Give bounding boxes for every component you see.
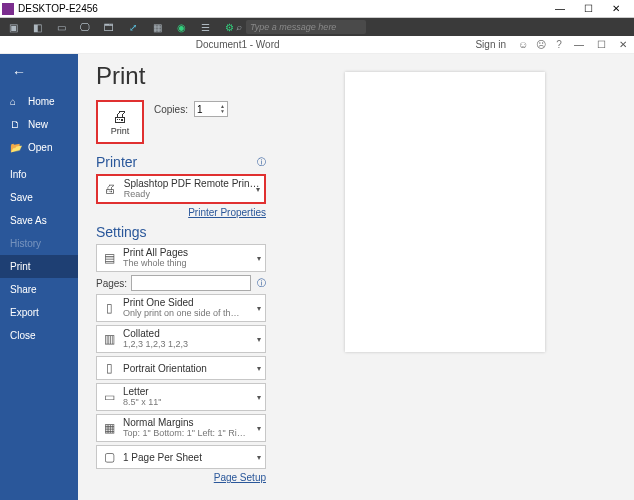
chevron-down-icon: ▾ (256, 185, 260, 194)
window-titlebar: DESKTOP-E2456 — ☐ ✕ (0, 0, 634, 18)
word-restore-button[interactable]: ☐ (590, 39, 612, 50)
chevron-down-icon: ▾ (257, 424, 261, 433)
os-maximize-button[interactable]: ☐ (574, 3, 602, 14)
face-icon-2[interactable]: ☹ (534, 39, 548, 50)
tool-icon-10[interactable]: ⚙ (222, 20, 236, 34)
setting-pages-per-sheet[interactable]: ▢ 1 Page Per Sheet ▾ (96, 445, 266, 469)
margins-icon: ▦ (101, 420, 117, 436)
collate-icon: ▥ (101, 331, 117, 347)
setting-paper-size[interactable]: ▭ Letter 8.5" x 11" ▾ (96, 383, 266, 411)
sidebar-item-share[interactable]: Share (0, 278, 78, 301)
print-button-label: Print (111, 126, 130, 136)
printer-selector[interactable]: 🖨 Splashtop PDF Remote Printer Ready ▾ (96, 174, 266, 204)
back-button[interactable]: ← (0, 54, 78, 90)
printer-name: Splashtop PDF Remote Printer (124, 178, 260, 189)
paper-icon: ▭ (101, 389, 117, 405)
pps-icon: ▢ (101, 449, 117, 465)
sign-in-link[interactable]: Sign in (475, 39, 506, 50)
sidebar-item-save[interactable]: Save (0, 186, 78, 209)
sidebar-item-open[interactable]: 📂Open (0, 136, 78, 159)
chevron-down-icon: ▾ (257, 393, 261, 402)
word-title-bar: Document1 - Word Sign in ☺ ☹ ? — ☐ ✕ (0, 36, 634, 54)
document-title: Document1 - Word (0, 39, 475, 50)
sidebar-item-label: Share (10, 284, 37, 295)
pages-info-icon[interactable]: ⓘ (257, 277, 266, 290)
help-button[interactable]: ? (552, 39, 566, 50)
sidebar-item-label: Close (10, 330, 36, 341)
sidebar-item-history: History (0, 232, 78, 255)
tool-icon-4[interactable]: 🖵 (78, 20, 92, 34)
face-icon-1[interactable]: ☺ (516, 39, 530, 50)
print-heading: Print (96, 62, 266, 90)
sidebar-item-label: Print (10, 261, 31, 272)
orientation-icon: ▯ (101, 360, 117, 376)
chevron-down-icon: ▾ (257, 304, 261, 313)
printer-status: Ready (124, 189, 260, 200)
setting-print-range[interactable]: ▤ Print All Pages The whole thing ▾ (96, 244, 266, 272)
printer-info-icon[interactable]: ⓘ (257, 156, 266, 169)
sidebar-item-label: Export (10, 307, 39, 318)
home-icon: ⌂ (10, 96, 22, 107)
tool-icon-8[interactable]: ◉ (174, 20, 188, 34)
page-setup-link[interactable]: Page Setup (96, 472, 266, 483)
word-minimize-button[interactable]: — (568, 39, 590, 50)
backstage-sidebar: ← ⌂Home 🗋New 📂Open Info Save Save As His… (0, 54, 78, 500)
sides-icon: ▯ (101, 300, 117, 316)
tool-icon-5[interactable]: 🗔 (102, 20, 116, 34)
main-area: ← ⌂Home 🗋New 📂Open Info Save Save As His… (0, 54, 634, 500)
sidebar-item-label: Open (28, 142, 52, 153)
print-backstage: Print 🖨 Print Copies: 1 ▲▼ Printer ⓘ (78, 54, 634, 500)
copies-input[interactable]: 1 ▲▼ (194, 101, 228, 117)
tool-icon-9[interactable]: ☰ (198, 20, 212, 34)
open-icon: 📂 (10, 142, 22, 153)
sidebar-item-label: Save As (10, 215, 47, 226)
sidebar-item-label: History (10, 238, 41, 249)
tool-icon-1[interactable]: ▣ (6, 20, 20, 34)
os-minimize-button[interactable]: — (546, 3, 574, 14)
os-close-button[interactable]: ✕ (602, 3, 630, 14)
remote-toolbar: ▣ ◧ ▭ 🖵 🗔 ⤢ ▦ ◉ ☰ ⚙ Type a message here (0, 18, 634, 36)
setting-orientation[interactable]: ▯ Portrait Orientation ▾ (96, 356, 266, 380)
pages-label: Pages: (96, 278, 127, 289)
print-panel: Print 🖨 Print Copies: 1 ▲▼ Printer ⓘ (96, 62, 266, 500)
copies-spinner[interactable]: ▲▼ (220, 104, 225, 114)
chevron-down-icon: ▾ (257, 364, 261, 373)
sidebar-item-print[interactable]: Print (0, 255, 78, 278)
copies-value: 1 (197, 104, 203, 115)
setting-sides[interactable]: ▯ Print One Sided Only print on one side… (96, 294, 266, 322)
printer-status-icon: 🖨 (102, 181, 118, 197)
message-placeholder: Type a message here (250, 22, 336, 32)
settings-section-heading: Settings (96, 224, 266, 240)
app-icon (2, 3, 14, 15)
tool-icon-3[interactable]: ▭ (54, 20, 68, 34)
sidebar-item-close[interactable]: Close (0, 324, 78, 347)
window-title: DESKTOP-E2456 (18, 3, 546, 14)
printer-properties-link[interactable]: Printer Properties (96, 207, 266, 218)
copies-label: Copies: (154, 104, 188, 115)
sidebar-item-home[interactable]: ⌂Home (0, 90, 78, 113)
printer-icon: 🖨 (112, 108, 128, 126)
chevron-down-icon: ▾ (257, 335, 261, 344)
tool-icon-7[interactable]: ▦ (150, 20, 164, 34)
sidebar-item-label: Home (28, 96, 55, 107)
printer-section-heading: Printer ⓘ (96, 154, 266, 170)
setting-collate[interactable]: ▥ Collated 1,2,3 1,2,3 1,2,3 ▾ (96, 325, 266, 353)
setting-margins[interactable]: ▦ Normal Margins Top: 1" Bottom: 1" Left… (96, 414, 266, 442)
pages-icon: ▤ (101, 250, 117, 266)
sidebar-item-label: New (28, 119, 48, 130)
tool-icon-2[interactable]: ◧ (30, 20, 44, 34)
sidebar-item-export[interactable]: Export (0, 301, 78, 324)
sidebar-item-info[interactable]: Info (0, 163, 78, 186)
print-button[interactable]: 🖨 Print (96, 100, 144, 144)
pages-input[interactable] (131, 275, 251, 291)
copies-wrap: Copies: 1 ▲▼ (154, 100, 228, 118)
word-close-button[interactable]: ✕ (612, 39, 634, 50)
tool-icon-6[interactable]: ⤢ (126, 20, 140, 34)
sidebar-item-label: Info (10, 169, 27, 180)
sidebar-item-new[interactable]: 🗋New (0, 113, 78, 136)
chevron-down-icon: ▾ (257, 453, 261, 462)
message-input[interactable]: Type a message here (246, 20, 366, 34)
print-preview (266, 62, 624, 500)
sidebar-item-save-as[interactable]: Save As (0, 209, 78, 232)
chevron-down-icon: ▾ (257, 254, 261, 263)
